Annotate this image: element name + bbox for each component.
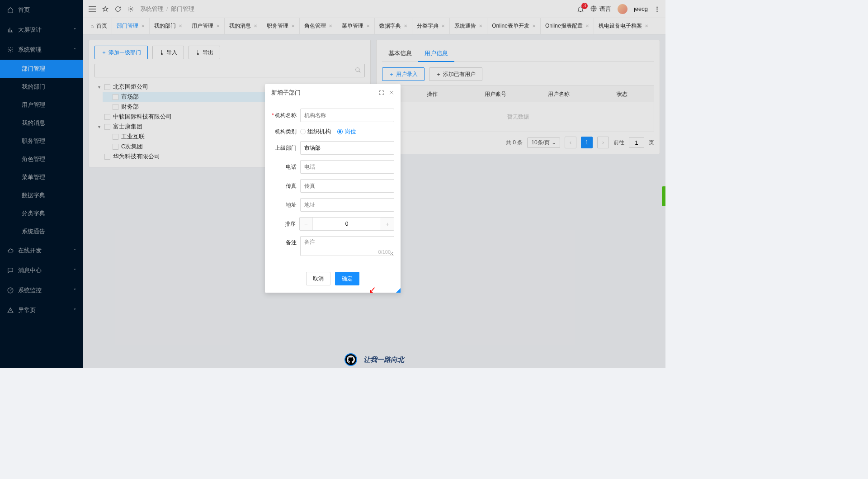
ok-button[interactable]: 确定	[335, 272, 359, 285]
sort-increment[interactable]: +	[381, 218, 394, 230]
add-sub-dept-modal: 新增子部门 *机构名称 机构类别 组织机构 岗位 上级部门	[265, 84, 401, 293]
address-input[interactable]	[300, 198, 394, 212]
fullscreen-icon[interactable]	[379, 90, 384, 95]
arrow-annotation: ↙	[368, 284, 377, 295]
parent-dept-input[interactable]	[300, 141, 394, 155]
resize-handle[interactable]	[396, 288, 401, 293]
radio-post[interactable]: 岗位	[337, 128, 356, 136]
radio-org[interactable]: 组织机构	[300, 128, 331, 136]
org-name-input[interactable]	[300, 109, 394, 122]
modal-mask[interactable]: 新增子部门 *机构名称 机构类别 组织机构 岗位 上级部门	[0, 0, 665, 368]
phone-input[interactable]	[300, 160, 394, 174]
modal-title: 新增子部门	[271, 89, 301, 97]
close-icon[interactable]	[389, 90, 394, 95]
cancel-button[interactable]: 取消	[306, 272, 330, 285]
fax-input[interactable]	[300, 179, 394, 193]
sort-input[interactable]	[312, 218, 381, 230]
remark-count: 0/100	[378, 249, 391, 255]
sort-decrement[interactable]: −	[300, 218, 312, 230]
